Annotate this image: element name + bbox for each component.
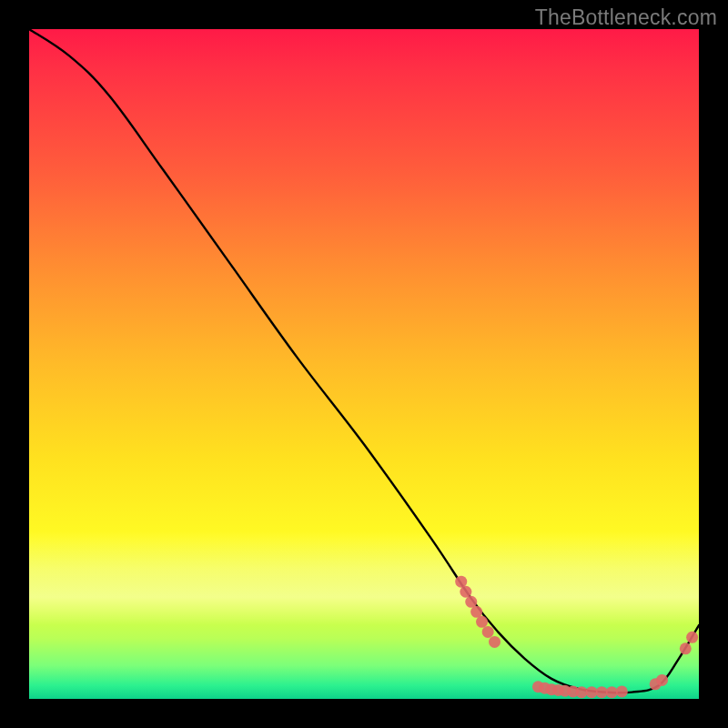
data-markers [455,576,698,698]
data-marker [546,683,558,695]
data-marker [606,686,618,698]
data-marker [489,636,500,648]
data-marker [650,678,662,690]
data-marker [539,682,551,694]
watermark-text: TheBottleneck.com [535,5,717,30]
data-marker [680,642,692,654]
data-marker [656,674,668,686]
chart-frame: TheBottleneck.com [0,0,728,728]
data-marker [460,586,471,598]
data-marker [482,626,494,638]
data-marker [465,596,477,608]
data-marker [567,685,579,697]
data-marker [559,685,571,697]
data-marker [476,616,488,628]
data-marker [552,684,564,696]
data-marker [586,686,598,698]
data-marker [576,686,588,698]
data-marker [470,606,482,618]
data-marker [616,685,628,697]
bottleneck-curve [29,29,699,693]
chart-svg [29,29,699,699]
highlight-band [29,531,699,625]
data-marker [596,686,608,698]
data-marker [686,632,698,643]
data-marker [455,576,467,588]
plot-area [29,29,699,699]
data-marker [532,681,544,693]
